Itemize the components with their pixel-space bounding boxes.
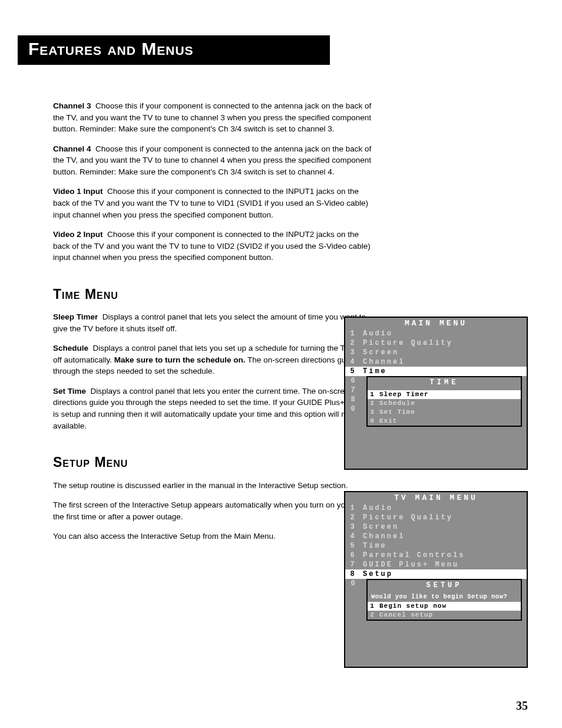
osd-submenu-label: Begin setup now bbox=[377, 602, 521, 611]
osd-row-label: Channel bbox=[359, 357, 527, 367]
osd-row-number: 3 bbox=[345, 522, 359, 532]
osd-row-number: 2 bbox=[345, 338, 359, 348]
heading-setup-menu: Setup Menu bbox=[53, 453, 377, 472]
osd-submenu-label: Exit bbox=[377, 417, 521, 426]
osd-row: 5 Time bbox=[345, 541, 527, 551]
osd-row-number: 5 bbox=[345, 367, 359, 376]
osd-time-submenu: TIME 1 Sleep Timer 2 Schedule 3 Set Time… bbox=[366, 376, 522, 427]
osd-submenu-row: 3 Set Time bbox=[368, 408, 521, 417]
osd-row: 7 GUIDE Plus+ Menu bbox=[345, 560, 527, 569]
osd-side-number: 0 bbox=[345, 404, 361, 414]
osd-row-number: 1 bbox=[345, 329, 359, 338]
entry-schedule: Schedule Displays a control panel that l… bbox=[53, 342, 377, 377]
entry-channel-3: Channel 3 Choose this if your component … bbox=[53, 100, 377, 135]
osd-row-label: Screen bbox=[359, 522, 527, 532]
setup-paragraph: You can also access the Interactive Setu… bbox=[53, 531, 377, 542]
osd-side-number: 6 bbox=[345, 376, 361, 386]
osd-title: TV MAIN MENU bbox=[345, 492, 527, 503]
osd-row-label: Screen bbox=[359, 348, 527, 357]
entry-text: Choose this if your component is connect… bbox=[53, 101, 371, 133]
osd-row-label: Picture Quality bbox=[359, 338, 527, 348]
osd-row-label: Audio bbox=[359, 329, 527, 338]
osd-row: 3 Screen bbox=[345, 522, 527, 532]
entry-video-2-input: Video 2 Input Choose this if your compon… bbox=[53, 229, 377, 263]
osd-submenu-row: 2 Cancel setup bbox=[368, 611, 521, 620]
osd-submenu-row-selected: 1 Sleep Timer bbox=[368, 390, 521, 399]
page-number: 35 bbox=[516, 699, 528, 713]
osd-row-label: Audio bbox=[359, 503, 527, 513]
osd-sidebar-numbers: 0 bbox=[345, 579, 361, 588]
entry-lead: Video 1 Input bbox=[53, 187, 103, 196]
entry-text: Choose this if your component is connect… bbox=[53, 144, 371, 176]
osd-row-number: 4 bbox=[345, 357, 359, 367]
entry-lead: Set Time bbox=[53, 387, 86, 396]
osd-row-label: GUIDE Plus+ Menu bbox=[359, 560, 527, 569]
osd-sidebar-numbers: 6 7 8 0 bbox=[345, 376, 361, 414]
osd-row-selected: 8 Setup bbox=[345, 569, 527, 579]
osd-submenu-number: 2 bbox=[368, 399, 377, 408]
osd-setup-submenu: SETUP Would you like to begin Setup now?… bbox=[366, 579, 522, 621]
osd-prompt-text: Would you like to begin Setup now? bbox=[368, 591, 521, 602]
osd-row: 4 Channel bbox=[345, 532, 527, 541]
osd-submenu-number: 1 bbox=[368, 602, 377, 611]
osd-row-label: Channel bbox=[359, 532, 527, 541]
osd-submenu-title: TIME bbox=[368, 377, 521, 388]
osd-row-number: 6 bbox=[345, 551, 359, 560]
osd-submenu-number: 1 bbox=[368, 390, 377, 399]
osd-row: 6 Parental Controls bbox=[345, 551, 527, 560]
osd-submenu-label: Cancel setup bbox=[377, 611, 521, 620]
manual-page: Features and Menus Channel 3 Choose this… bbox=[0, 0, 562, 728]
osd-row: 1 Audio bbox=[345, 503, 527, 513]
entry-lead: Channel 4 bbox=[53, 144, 91, 153]
osd-row-number: 7 bbox=[345, 560, 359, 569]
osd-row: 2 Picture Quality bbox=[345, 513, 527, 522]
osd-submenu-row-selected: 1 Begin setup now bbox=[368, 602, 521, 611]
osd-row: 1 Audio bbox=[345, 329, 527, 338]
osd-submenu-number: 3 bbox=[368, 408, 377, 417]
osd-setup-menu: TV MAIN MENU 1 Audio 2 Picture Quality 3… bbox=[344, 491, 528, 668]
osd-submenu-label: Schedule bbox=[377, 399, 521, 408]
osd-row-label: Time bbox=[359, 367, 527, 376]
entry-lead: Schedule bbox=[53, 344, 88, 353]
osd-submenu-title: SETUP bbox=[368, 580, 521, 591]
osd-row-number: 5 bbox=[345, 541, 359, 551]
osd-side-number: 7 bbox=[345, 386, 361, 395]
osd-row-label: Parental Controls bbox=[359, 551, 527, 560]
body-column: Channel 3 Choose this if your component … bbox=[53, 100, 377, 542]
osd-row: 3 Screen bbox=[345, 348, 527, 357]
osd-row-label: Setup bbox=[359, 569, 527, 579]
osd-side-number: 0 bbox=[345, 579, 361, 588]
osd-row-number: 3 bbox=[345, 348, 359, 357]
osd-side-number: 8 bbox=[345, 395, 361, 404]
osd-row-label: Picture Quality bbox=[359, 513, 527, 522]
osd-row: 4 Channel bbox=[345, 357, 527, 367]
entry-text: Displays a control panel that lets you e… bbox=[53, 387, 372, 430]
osd-submenu-area: 0 SETUP Would you like to begin Setup no… bbox=[345, 579, 527, 621]
osd-submenu-area: 6 7 8 0 TIME 1 Sleep Timer 2 Schedule 3 bbox=[345, 376, 527, 427]
osd-row-number: 4 bbox=[345, 532, 359, 541]
entry-lead: Video 2 Input bbox=[53, 230, 103, 239]
setup-paragraph: The first screen of the Interactive Setu… bbox=[53, 499, 377, 522]
osd-submenu-label: Sleep Timer bbox=[377, 390, 521, 399]
osd-submenu-row: 2 Schedule bbox=[368, 399, 521, 408]
entry-sleep-timer: Sleep Timer Displays a control panel tha… bbox=[53, 311, 377, 334]
osd-row-number: 8 bbox=[345, 569, 359, 579]
osd-row-number: 2 bbox=[345, 513, 359, 522]
page-title: Features and Menus bbox=[18, 35, 330, 65]
osd-title: MAIN MENU bbox=[345, 318, 527, 329]
osd-row-number: 1 bbox=[345, 503, 359, 513]
setup-paragraph: The setup routine is discussed earlier i… bbox=[53, 480, 377, 492]
entry-set-time: Set Time Displays a control panel that l… bbox=[53, 386, 377, 431]
entry-text-bold: Make sure to turn the schedule on. bbox=[114, 355, 246, 364]
osd-submenu-number: 0 bbox=[368, 417, 377, 426]
entry-text: Displays a control panel that lets you s… bbox=[53, 312, 366, 333]
entry-channel-4: Channel 4 Choose this if your component … bbox=[53, 143, 377, 178]
entry-lead: Channel 3 bbox=[53, 101, 91, 110]
entry-video-1-input: Video 1 Input Choose this if your compon… bbox=[53, 186, 377, 220]
osd-submenu-label: Set Time bbox=[377, 408, 521, 417]
osd-submenu-number: 2 bbox=[368, 611, 377, 620]
osd-row-selected: 5 Time bbox=[345, 367, 527, 376]
osd-submenu-row: 0 Exit bbox=[368, 417, 521, 426]
osd-row: 2 Picture Quality bbox=[345, 338, 527, 348]
osd-time-menu: MAIN MENU 1 Audio 2 Picture Quality 3 Sc… bbox=[344, 317, 528, 470]
